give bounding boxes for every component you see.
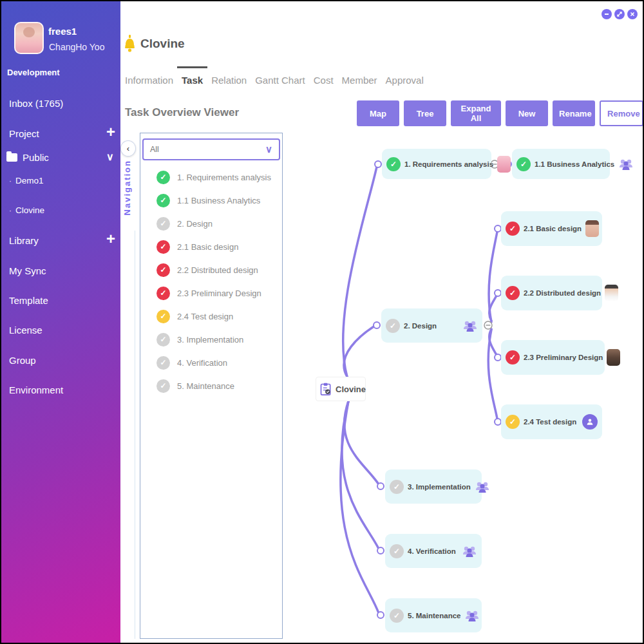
- map-node-design[interactable]: ✓ 2. Design: [381, 308, 482, 343]
- map-node-distributed-design[interactable]: ✓ 2.2 Distributed design: [501, 276, 602, 310]
- status-check-icon: ✓: [506, 222, 520, 236]
- node-label: 2. Design: [404, 322, 459, 330]
- rename-button[interactable]: Rename: [553, 100, 595, 126]
- sidebar-item-group[interactable]: Group: [9, 355, 36, 366]
- map-node-preliminary-design[interactable]: ✓ 2.3 Preliminary Design: [501, 340, 605, 375]
- sidebar-item-demo1[interactable]: ·Demo1: [9, 176, 44, 185]
- display-name: ChangHo Yoo: [49, 42, 104, 52]
- task-list-item[interactable]: ✓ 2.1 Basic design: [140, 235, 282, 258]
- close-button[interactable]: [627, 9, 638, 19]
- tab-gantt-chart[interactable]: Gantt Chart: [255, 73, 305, 86]
- assignee-avatar: [497, 156, 511, 173]
- sidebar-item-license[interactable]: License: [9, 325, 43, 336]
- collapse-navigation-button[interactable]: ‹: [120, 140, 136, 156]
- node-label: 1. Requirements analysis: [404, 160, 493, 168]
- task-list-item[interactable]: ✓ 2.4 Test design: [140, 305, 282, 328]
- status-check-icon: ✓: [390, 480, 404, 494]
- new-button[interactable]: New: [506, 100, 548, 126]
- group-icon: [462, 318, 478, 334]
- page-title: Clovine: [140, 37, 185, 51]
- map-button[interactable]: Map: [357, 100, 399, 126]
- map-node-business-analytics[interactable]: ✓ 1.1 Business Analytics: [512, 149, 610, 179]
- map-node-verification[interactable]: ✓ 4. Verification: [385, 534, 482, 568]
- status-check-icon: ✓: [506, 286, 520, 300]
- group-icon: [475, 479, 490, 495]
- minimize-button[interactable]: [601, 9, 612, 19]
- node-label: 2.1 Basic design: [524, 225, 582, 232]
- task-list-item[interactable]: ✓ 2.2 Distributed design: [140, 258, 282, 281]
- map-node-test-design[interactable]: ✓ 2.4 Test design: [501, 404, 602, 439]
- status-check-icon: ✓: [156, 356, 170, 370]
- sidebar-item-inbox[interactable]: Inbox (1765): [9, 98, 63, 109]
- map-node-requirements-analysis[interactable]: ✓ 1. Requirements analysis: [382, 149, 491, 179]
- map-node-basic-design[interactable]: ✓ 2.1 Basic design: [501, 211, 602, 246]
- maximize-button[interactable]: [614, 9, 625, 19]
- assignee-avatar: [605, 285, 618, 301]
- status-check-icon: ✓: [156, 263, 170, 277]
- chevron-down-icon[interactable]: ∨: [106, 151, 114, 163]
- task-label: 2.1 Basic design: [177, 242, 238, 252]
- status-check-icon: ✓: [390, 609, 404, 623]
- status-check-icon: ✓: [156, 379, 170, 393]
- filter-value: All: [150, 145, 265, 154]
- status-check-icon: ✓: [390, 544, 404, 558]
- group-icon: [464, 608, 480, 623]
- sidebar-item-library[interactable]: Library: [9, 235, 39, 246]
- expand-all-button[interactable]: Expand All: [451, 100, 501, 126]
- add-project-icon[interactable]: +: [106, 126, 115, 138]
- task-list-item[interactable]: ✓ 5. Maintenance: [140, 374, 282, 397]
- sidebar-item-my-sync[interactable]: My Sync: [9, 265, 46, 276]
- group-icon: [462, 544, 477, 559]
- node-label: 5. Maintenance: [408, 612, 460, 620]
- main-content: Clovine Information Task Relation Gantt …: [120, 1, 643, 643]
- sidebar-item-project[interactable]: Project: [9, 128, 39, 139]
- tab-cost[interactable]: Cost: [314, 73, 334, 86]
- status-check-icon: ✓: [506, 415, 520, 429]
- sidebar-item-demo1-label: Demo1: [15, 176, 44, 185]
- task-label: 2.4 Test design: [177, 312, 233, 321]
- status-check-icon: ✓: [386, 157, 401, 171]
- filter-dropdown[interactable]: All ∨: [142, 138, 280, 160]
- map-node-implementation[interactable]: ✓ 3. Implementation: [385, 469, 482, 504]
- tab-member[interactable]: Member: [342, 73, 377, 86]
- task-list-item[interactable]: ✓ 1. Requirements analysis: [140, 166, 282, 189]
- user-avatar[interactable]: [14, 22, 44, 54]
- sidebar-item-clovine-label: Clovine: [15, 205, 44, 215]
- clipboard-check-icon: [319, 381, 332, 397]
- toolbar: Map Tree Expand All New Rename Remove: [357, 100, 643, 126]
- tab-task[interactable]: Task: [182, 73, 203, 86]
- task-mind-map: Clovine ✓ 1. Requirements analysis ✓ 1.1…: [285, 124, 644, 644]
- task-label: 3. Implementation: [177, 335, 243, 345]
- task-list-item[interactable]: ✓ 3. Implementation: [140, 328, 282, 351]
- task-label: 1.1 Business Analytics: [177, 196, 260, 205]
- task-list-item[interactable]: ✓ 4. Verification: [140, 351, 282, 374]
- sidebar-item-template[interactable]: Template: [9, 295, 48, 306]
- tab-information[interactable]: Information: [125, 73, 173, 86]
- node-label: 3. Implementation: [408, 483, 471, 491]
- remove-button[interactable]: Remove: [600, 100, 643, 126]
- node-label: 4. Verification: [408, 547, 458, 555]
- map-root-node[interactable]: Clovine: [316, 377, 366, 401]
- sidebar-item-environment[interactable]: Environment: [9, 384, 63, 395]
- task-list-item[interactable]: ✓ 2.3 Preliminary Design: [140, 281, 282, 305]
- assignee-avatar: [585, 220, 599, 237]
- section-title: Task Overview Viewer: [125, 106, 239, 119]
- status-check-icon: ✓: [156, 333, 170, 346]
- map-node-maintenance[interactable]: ✓ 5. Maintenance: [385, 598, 482, 632]
- sidebar-item-clovine[interactable]: ·Clovine: [9, 205, 44, 215]
- tree-button[interactable]: Tree: [404, 100, 446, 126]
- task-list-item[interactable]: ✓ 1.1 Business Analytics: [140, 189, 282, 212]
- task-list: ✓ 1. Requirements analysis ✓ 1.1 Busines…: [140, 166, 282, 397]
- sidebar-item-public[interactable]: Public: [6, 152, 49, 163]
- project-header: Clovine: [124, 35, 185, 53]
- task-list-item[interactable]: ✓ 2. Design: [140, 212, 282, 235]
- task-label: 2.3 Preliminary Design: [177, 289, 261, 298]
- tab-relation[interactable]: Relation: [211, 73, 247, 86]
- task-label: 4. Verification: [177, 358, 227, 368]
- node-label: 2.4 Test design: [524, 418, 578, 426]
- add-library-icon[interactable]: +: [106, 233, 115, 245]
- status-check-icon: ✓: [156, 194, 170, 207]
- person-icon: [582, 414, 598, 430]
- tab-approval[interactable]: Approval: [386, 73, 424, 86]
- node-label: 2.2 Distributed design: [524, 289, 601, 297]
